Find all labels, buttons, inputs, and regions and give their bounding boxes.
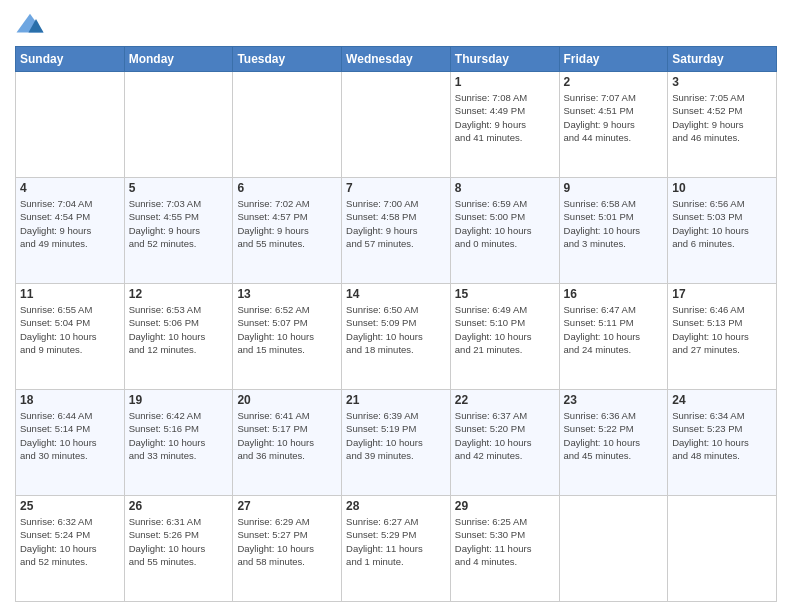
day-info: Sunrise: 7:02 AMSunset: 4:57 PMDaylight:…: [237, 197, 337, 250]
calendar-cell: 22Sunrise: 6:37 AMSunset: 5:20 PMDayligh…: [450, 390, 559, 496]
day-number: 24: [672, 393, 772, 407]
calendar-header: Sunday Monday Tuesday Wednesday Thursday…: [16, 47, 777, 72]
calendar-cell: 5Sunrise: 7:03 AMSunset: 4:55 PMDaylight…: [124, 178, 233, 284]
day-info: Sunrise: 6:34 AMSunset: 5:23 PMDaylight:…: [672, 409, 772, 462]
day-number: 14: [346, 287, 446, 301]
calendar-cell: 14Sunrise: 6:50 AMSunset: 5:09 PMDayligh…: [342, 284, 451, 390]
day-number: 21: [346, 393, 446, 407]
day-info: Sunrise: 6:27 AMSunset: 5:29 PMDaylight:…: [346, 515, 446, 568]
calendar-cell: [124, 72, 233, 178]
day-info: Sunrise: 6:36 AMSunset: 5:22 PMDaylight:…: [564, 409, 664, 462]
calendar-cell: 19Sunrise: 6:42 AMSunset: 5:16 PMDayligh…: [124, 390, 233, 496]
calendar-cell: [342, 72, 451, 178]
th-tuesday: Tuesday: [233, 47, 342, 72]
day-number: 29: [455, 499, 555, 513]
calendar-table: Sunday Monday Tuesday Wednesday Thursday…: [15, 46, 777, 602]
day-info: Sunrise: 6:42 AMSunset: 5:16 PMDaylight:…: [129, 409, 229, 462]
day-info: Sunrise: 6:56 AMSunset: 5:03 PMDaylight:…: [672, 197, 772, 250]
day-number: 2: [564, 75, 664, 89]
calendar-cell: 26Sunrise: 6:31 AMSunset: 5:26 PMDayligh…: [124, 496, 233, 602]
th-friday: Friday: [559, 47, 668, 72]
calendar-week-1: 4Sunrise: 7:04 AMSunset: 4:54 PMDaylight…: [16, 178, 777, 284]
day-number: 17: [672, 287, 772, 301]
day-info: Sunrise: 7:08 AMSunset: 4:49 PMDaylight:…: [455, 91, 555, 144]
day-number: 19: [129, 393, 229, 407]
day-number: 12: [129, 287, 229, 301]
calendar-body: 1Sunrise: 7:08 AMSunset: 4:49 PMDaylight…: [16, 72, 777, 602]
calendar-cell: 16Sunrise: 6:47 AMSunset: 5:11 PMDayligh…: [559, 284, 668, 390]
day-info: Sunrise: 6:44 AMSunset: 5:14 PMDaylight:…: [20, 409, 120, 462]
day-number: 13: [237, 287, 337, 301]
day-number: 16: [564, 287, 664, 301]
calendar-cell: [233, 72, 342, 178]
day-number: 28: [346, 499, 446, 513]
th-thursday: Thursday: [450, 47, 559, 72]
day-info: Sunrise: 6:55 AMSunset: 5:04 PMDaylight:…: [20, 303, 120, 356]
day-info: Sunrise: 6:41 AMSunset: 5:17 PMDaylight:…: [237, 409, 337, 462]
calendar-cell: 24Sunrise: 6:34 AMSunset: 5:23 PMDayligh…: [668, 390, 777, 496]
calendar-cell: 10Sunrise: 6:56 AMSunset: 5:03 PMDayligh…: [668, 178, 777, 284]
day-info: Sunrise: 7:04 AMSunset: 4:54 PMDaylight:…: [20, 197, 120, 250]
calendar-cell: 11Sunrise: 6:55 AMSunset: 5:04 PMDayligh…: [16, 284, 125, 390]
th-sunday: Sunday: [16, 47, 125, 72]
calendar-cell: 12Sunrise: 6:53 AMSunset: 5:06 PMDayligh…: [124, 284, 233, 390]
header: [15, 10, 777, 40]
calendar-cell: 15Sunrise: 6:49 AMSunset: 5:10 PMDayligh…: [450, 284, 559, 390]
calendar-cell: 7Sunrise: 7:00 AMSunset: 4:58 PMDaylight…: [342, 178, 451, 284]
calendar-cell: [559, 496, 668, 602]
day-number: 27: [237, 499, 337, 513]
th-monday: Monday: [124, 47, 233, 72]
day-info: Sunrise: 6:46 AMSunset: 5:13 PMDaylight:…: [672, 303, 772, 356]
calendar-cell: 1Sunrise: 7:08 AMSunset: 4:49 PMDaylight…: [450, 72, 559, 178]
calendar-cell: [668, 496, 777, 602]
day-info: Sunrise: 6:39 AMSunset: 5:19 PMDaylight:…: [346, 409, 446, 462]
calendar-cell: 21Sunrise: 6:39 AMSunset: 5:19 PMDayligh…: [342, 390, 451, 496]
calendar-cell: 27Sunrise: 6:29 AMSunset: 5:27 PMDayligh…: [233, 496, 342, 602]
day-info: Sunrise: 6:53 AMSunset: 5:06 PMDaylight:…: [129, 303, 229, 356]
calendar-cell: 18Sunrise: 6:44 AMSunset: 5:14 PMDayligh…: [16, 390, 125, 496]
day-info: Sunrise: 6:49 AMSunset: 5:10 PMDaylight:…: [455, 303, 555, 356]
day-number: 11: [20, 287, 120, 301]
day-info: Sunrise: 7:07 AMSunset: 4:51 PMDaylight:…: [564, 91, 664, 144]
page: Sunday Monday Tuesday Wednesday Thursday…: [0, 0, 792, 612]
calendar-cell: 3Sunrise: 7:05 AMSunset: 4:52 PMDaylight…: [668, 72, 777, 178]
calendar-cell: 2Sunrise: 7:07 AMSunset: 4:51 PMDaylight…: [559, 72, 668, 178]
day-info: Sunrise: 6:52 AMSunset: 5:07 PMDaylight:…: [237, 303, 337, 356]
day-info: Sunrise: 7:05 AMSunset: 4:52 PMDaylight:…: [672, 91, 772, 144]
day-number: 1: [455, 75, 555, 89]
day-number: 22: [455, 393, 555, 407]
th-saturday: Saturday: [668, 47, 777, 72]
calendar-cell: 6Sunrise: 7:02 AMSunset: 4:57 PMDaylight…: [233, 178, 342, 284]
day-number: 6: [237, 181, 337, 195]
th-wednesday: Wednesday: [342, 47, 451, 72]
day-info: Sunrise: 6:37 AMSunset: 5:20 PMDaylight:…: [455, 409, 555, 462]
day-number: 9: [564, 181, 664, 195]
day-info: Sunrise: 6:31 AMSunset: 5:26 PMDaylight:…: [129, 515, 229, 568]
day-info: Sunrise: 6:32 AMSunset: 5:24 PMDaylight:…: [20, 515, 120, 568]
day-info: Sunrise: 6:29 AMSunset: 5:27 PMDaylight:…: [237, 515, 337, 568]
day-info: Sunrise: 6:59 AMSunset: 5:00 PMDaylight:…: [455, 197, 555, 250]
calendar-cell: 17Sunrise: 6:46 AMSunset: 5:13 PMDayligh…: [668, 284, 777, 390]
day-info: Sunrise: 6:58 AMSunset: 5:01 PMDaylight:…: [564, 197, 664, 250]
day-number: 18: [20, 393, 120, 407]
calendar-week-3: 18Sunrise: 6:44 AMSunset: 5:14 PMDayligh…: [16, 390, 777, 496]
calendar-cell: 8Sunrise: 6:59 AMSunset: 5:00 PMDaylight…: [450, 178, 559, 284]
calendar-cell: 4Sunrise: 7:04 AMSunset: 4:54 PMDaylight…: [16, 178, 125, 284]
day-number: 26: [129, 499, 229, 513]
day-number: 23: [564, 393, 664, 407]
calendar-cell: 23Sunrise: 6:36 AMSunset: 5:22 PMDayligh…: [559, 390, 668, 496]
calendar-week-2: 11Sunrise: 6:55 AMSunset: 5:04 PMDayligh…: [16, 284, 777, 390]
day-number: 10: [672, 181, 772, 195]
day-number: 20: [237, 393, 337, 407]
calendar-cell: [16, 72, 125, 178]
day-number: 4: [20, 181, 120, 195]
day-info: Sunrise: 7:00 AMSunset: 4:58 PMDaylight:…: [346, 197, 446, 250]
calendar-cell: 28Sunrise: 6:27 AMSunset: 5:29 PMDayligh…: [342, 496, 451, 602]
day-number: 3: [672, 75, 772, 89]
calendar-cell: 9Sunrise: 6:58 AMSunset: 5:01 PMDaylight…: [559, 178, 668, 284]
day-number: 7: [346, 181, 446, 195]
day-number: 5: [129, 181, 229, 195]
day-info: Sunrise: 6:25 AMSunset: 5:30 PMDaylight:…: [455, 515, 555, 568]
logo-icon: [15, 10, 45, 40]
calendar-week-4: 25Sunrise: 6:32 AMSunset: 5:24 PMDayligh…: [16, 496, 777, 602]
